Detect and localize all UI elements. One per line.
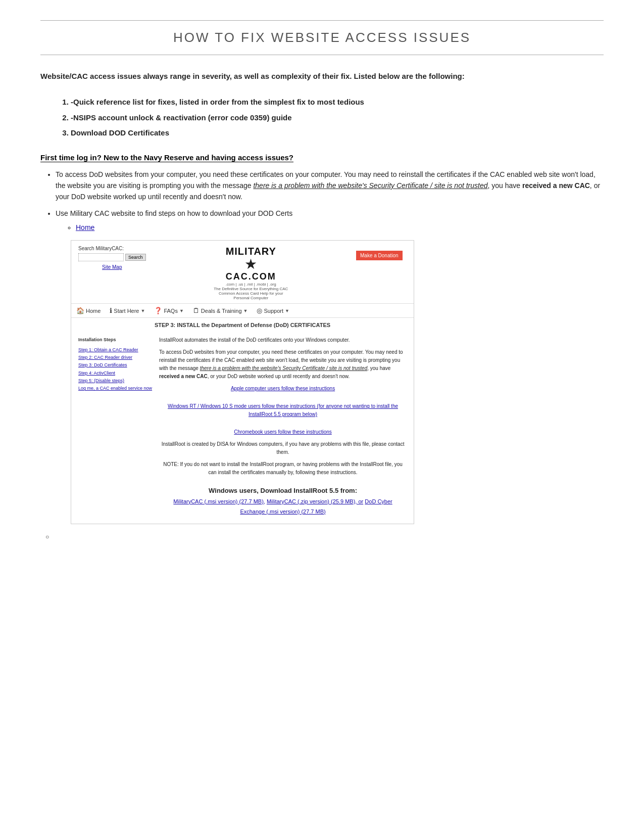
inline-italic: there is a problem with the website's Se…	[200, 365, 368, 371]
section-heading-wrap: First time log in? New to the Navy Reser…	[40, 153, 604, 162]
chromebook-link[interactable]: Chromebook users follow these instructio…	[159, 428, 407, 436]
milcac-nav: 🏠 Home ℹ Start Here ▼ ❓ FAQs ▼ 🗒 Deals &…	[71, 303, 414, 317]
milcac-tagline1: The Definitive Source for Everything CAC	[214, 287, 288, 291]
sidebar-link-5[interactable]: Step 5: (Disable steps)	[78, 377, 152, 385]
main-para-2: To access DoD websites from your compute…	[159, 348, 407, 381]
info-icon: ℹ	[110, 307, 112, 314]
milcac-logo-cac: CAC.COM	[226, 271, 276, 282]
milcac-header: Search MilitaryCAC: Search Site Map MILI…	[71, 241, 414, 303]
sub-bullet-item-1: Home	[76, 222, 604, 233]
footer-circle: ○	[45, 533, 604, 540]
bullet1-italic: there is a problem with the website's Se…	[253, 181, 487, 190]
bullet2-text: Use Military CAC website to find steps o…	[56, 209, 292, 217]
download-msi-link[interactable]: MilitaryCAC (.msi version) (27.7 MB),	[173, 498, 265, 504]
nav-deals-training[interactable]: 🗒 Deals & Training ▼	[193, 307, 248, 314]
windows-rt-link[interactable]: Windows RT / Windows 10 S mode users fol…	[159, 402, 407, 419]
faq-icon: ❓	[154, 307, 162, 314]
bullet-item-2: Use Military CAC website to find steps o…	[56, 208, 604, 234]
top-divider	[40, 20, 604, 21]
support-icon: ◎	[257, 307, 262, 314]
nav-home[interactable]: 🏠 Home	[76, 307, 101, 314]
milcac-logo-domains: .com | .us | .mil | .mobi | .org	[226, 282, 276, 287]
main-para-1: InstallRoot automates the install of the…	[159, 336, 407, 344]
milcac-donate-area: Make a Donation	[356, 246, 407, 260]
milcac-donate-button[interactable]: Make a Donation	[356, 251, 403, 260]
nav-support-label: Support	[264, 308, 283, 314]
nav-start-here-label: Start Here	[114, 308, 139, 314]
main-bullet-list: To access DoD websites from your compute…	[56, 169, 604, 234]
sub-bullet-list: Home	[76, 222, 604, 233]
milcac-search-row: Search	[78, 253, 146, 261]
sitemap-link[interactable]: Site Map	[102, 264, 122, 270]
nav-support[interactable]: ◎ Support ▼	[257, 307, 289, 314]
chevron-down-icon-1: ▼	[140, 308, 145, 313]
bullet1-text2: , you have	[488, 181, 523, 190]
list-item-1: -Quick reference list for fixes, listed …	[71, 97, 604, 108]
milcac-download-section: Windows users, Download InstallRoot 5.5 …	[159, 482, 407, 520]
sidebar-link-6[interactable]: Log me, a CAC enabled service now	[78, 385, 152, 392]
nav-deals-label: Deals & Training	[201, 308, 242, 314]
chevron-down-icon-3: ▼	[243, 308, 248, 313]
milcac-search-input[interactable]	[78, 253, 124, 261]
apple-link[interactable]: Apple computer users follow these instru…	[159, 385, 407, 393]
list-item-2: -NSIPS account unlock & reactivation (er…	[71, 112, 604, 124]
milcac-logo-military: MILITARY	[226, 246, 276, 257]
list-item-3: Download DOD Certificates	[71, 127, 604, 139]
nav-start-here[interactable]: ℹ Start Here ▼	[110, 307, 145, 314]
download-zip-link[interactable]: MilitaryCAC (.zip version) (25.9 MB), or	[267, 498, 363, 504]
milcac-site: Search MilitaryCAC: Search Site Map MILI…	[71, 241, 414, 524]
deals-icon: 🗒	[193, 307, 200, 314]
chevron-down-icon-2: ▼	[179, 308, 184, 313]
page-title: HOW TO FIX WEBSITE ACCESS ISSUES	[40, 30, 604, 45]
sidebar-link-4[interactable]: Step 4: ActivClient	[78, 369, 152, 377]
nav-home-label: Home	[86, 308, 101, 314]
milcac-sitemap-link: Site Map	[78, 264, 146, 270]
milcac-content-area: Installation Steps Step 1: Obtain a CAC …	[71, 332, 414, 524]
sidebar-link-3[interactable]: Step 3: DoD Certificates	[78, 361, 152, 369]
bottom-divider	[40, 55, 604, 55]
milcac-main-content: InstallRoot automates the install of the…	[159, 336, 407, 520]
inline-bold: received a new CAC	[159, 374, 208, 379]
bullet1-bold: received a new CAC	[522, 181, 590, 190]
sidebar-link-1[interactable]: Step 1: Obtain a CAC Reader	[78, 346, 152, 354]
milcac-tagline3: Personal Computer	[233, 296, 268, 300]
dodcerts-link[interactable]: Home	[76, 223, 94, 231]
milcac-star-icon: ★	[244, 257, 257, 271]
milcac-search-label: Search MilitaryCAC:	[78, 246, 146, 251]
bullet-item-1: To access DoD websites from your compute…	[56, 169, 604, 203]
milcac-step-header: STEP 3: INSTALL the Department of Defens…	[71, 317, 414, 332]
section-heading: First time log in? New to the Navy Reser…	[40, 153, 293, 162]
note2: NOTE: If you do not want to install the …	[159, 460, 407, 477]
nav-faqs-label: FAQs	[164, 308, 178, 314]
milcac-sidebar: Installation Steps Step 1: Obtain a CAC …	[78, 336, 152, 520]
milcac-logo-area: MILITARY ★ CAC.COM .com | .us | .mil | .…	[151, 246, 351, 300]
milcac-links-section: Apple computer users follow these instru…	[159, 385, 407, 436]
chevron-down-icon-4: ▼	[285, 308, 289, 313]
milcac-search-button[interactable]: Search	[125, 254, 146, 261]
screenshot-box: Search MilitaryCAC: Search Site Map MILI…	[71, 240, 414, 524]
nav-faqs[interactable]: ❓ FAQs ▼	[154, 307, 183, 314]
intro-text: Website/CAC access issues always range i…	[40, 70, 604, 82]
sidebar-heading: Installation Steps	[78, 336, 152, 344]
milcac-search-area: Search MilitaryCAC: Search Site Map	[78, 246, 146, 270]
home-icon: 🏠	[76, 307, 84, 314]
numbered-list: -Quick reference list for fixes, listed …	[71, 97, 604, 139]
download-title: Windows users, Download InstallRoot 5.5 …	[162, 485, 404, 496]
sidebar-link-2[interactable]: Step 2: CAC Reader driver	[78, 354, 152, 361]
note1: InstallRoot is created by DISA for Windo…	[159, 440, 407, 456]
milcac-tagline2: Common Access Card Help for your	[219, 291, 283, 296]
